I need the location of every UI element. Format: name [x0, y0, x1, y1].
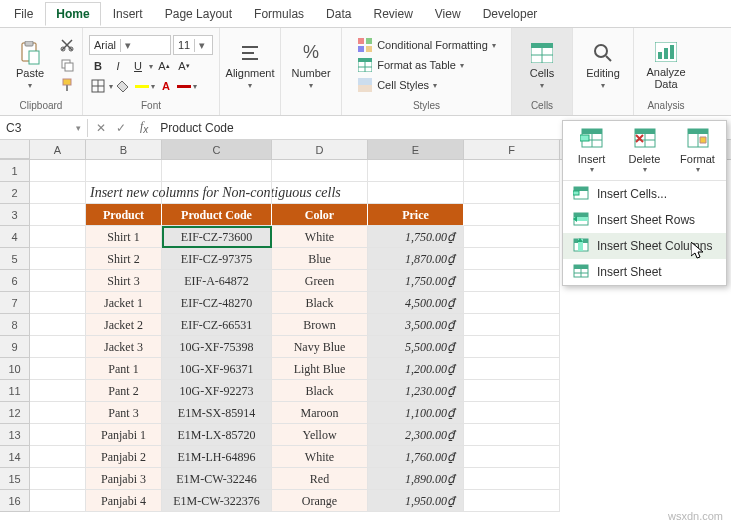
increase-font-button[interactable]: A▴: [155, 57, 173, 75]
cell-E15[interactable]: 1,890.00₫: [368, 468, 464, 490]
row-header-9[interactable]: 9: [0, 336, 30, 358]
cell-B5[interactable]: Shirt 2: [86, 248, 162, 270]
tab-page-layout[interactable]: Page Layout: [155, 3, 242, 25]
tab-home[interactable]: Home: [45, 2, 100, 26]
row-header-10[interactable]: 10: [0, 358, 30, 380]
cell-D9[interactable]: Navy Blue: [272, 336, 368, 358]
cell-A10[interactable]: [30, 358, 86, 380]
tab-review[interactable]: Review: [363, 3, 422, 25]
menu-insert-cells[interactable]: Insert Cells...: [563, 181, 726, 207]
row-header-15[interactable]: 15: [0, 468, 30, 490]
cell-D14[interactable]: White: [272, 446, 368, 468]
row-header-8[interactable]: 8: [0, 314, 30, 336]
cell-C5[interactable]: EIF-CZ-97375: [162, 248, 272, 270]
cell-F12[interactable]: [464, 402, 560, 424]
cell-B16[interactable]: Panjabi 4: [86, 490, 162, 512]
row-header-14[interactable]: 14: [0, 446, 30, 468]
cell-E3[interactable]: Price: [368, 204, 464, 226]
cell-B1[interactable]: [86, 160, 162, 182]
cell-F14[interactable]: [464, 446, 560, 468]
cell-A12[interactable]: [30, 402, 86, 424]
cell-E16[interactable]: 1,950.00₫: [368, 490, 464, 512]
editing-button[interactable]: Editing ▾: [579, 33, 627, 97]
tab-developer[interactable]: Developer: [473, 3, 548, 25]
row-header-4[interactable]: 4: [0, 226, 30, 248]
tab-file[interactable]: File: [4, 3, 43, 25]
chevron-down-icon[interactable]: ▾: [151, 82, 155, 91]
cell-D3[interactable]: Color: [272, 204, 368, 226]
chevron-down-icon[interactable]: ▾: [109, 82, 113, 91]
cell-B11[interactable]: Pant 2: [86, 380, 162, 402]
cell-E8[interactable]: 3,500.00₫: [368, 314, 464, 336]
cell-C7[interactable]: EIF-CZ-48270: [162, 292, 272, 314]
delete-split-button[interactable]: Delete▾: [623, 127, 667, 174]
cell-A1[interactable]: [30, 160, 86, 182]
cell-D1[interactable]: [272, 160, 368, 182]
col-header-E[interactable]: E: [368, 140, 464, 159]
cell-F10[interactable]: [464, 358, 560, 380]
cell-D8[interactable]: Brown: [272, 314, 368, 336]
row-header-7[interactable]: 7: [0, 292, 30, 314]
insert-split-button[interactable]: Insert▾: [570, 127, 614, 174]
enter-formula-button[interactable]: ✓: [112, 121, 130, 135]
chevron-down-icon[interactable]: ▾: [193, 82, 197, 91]
row-header-1[interactable]: 1: [0, 160, 30, 182]
cell-D10[interactable]: Light Blue: [272, 358, 368, 380]
cell-C2[interactable]: [162, 182, 272, 204]
cell-B8[interactable]: Jacket 2: [86, 314, 162, 336]
cell-C15[interactable]: E1M-CW-32246: [162, 468, 272, 490]
format-split-button[interactable]: Format▾: [676, 127, 720, 174]
cell-C9[interactable]: 10G-XF-75398: [162, 336, 272, 358]
cell-E6[interactable]: 1,750.00₫: [368, 270, 464, 292]
cell-F2[interactable]: [464, 182, 560, 204]
cell-D12[interactable]: Maroon: [272, 402, 368, 424]
fx-icon[interactable]: fx: [134, 119, 154, 135]
menu-insert-sheet-rows[interactable]: Insert Sheet Rows: [563, 207, 726, 233]
tab-insert[interactable]: Insert: [103, 3, 153, 25]
cell-B2[interactable]: Insert new columns for Non-contiguous ce…: [86, 182, 162, 204]
cell-E4[interactable]: 1,750.00₫: [368, 226, 464, 248]
cell-F3[interactable]: [464, 204, 560, 226]
cell-A2[interactable]: [30, 182, 86, 204]
cell-C3[interactable]: Product Code: [162, 204, 272, 226]
cell-F11[interactable]: [464, 380, 560, 402]
fill-color-button[interactable]: [115, 77, 133, 95]
analyze-data-button[interactable]: Analyze Data: [640, 33, 692, 97]
cell-B7[interactable]: Jacket 1: [86, 292, 162, 314]
name-box[interactable]: C3▾: [0, 119, 88, 137]
cell-D5[interactable]: Blue: [272, 248, 368, 270]
cell-D13[interactable]: Yellow: [272, 424, 368, 446]
cell-B15[interactable]: Panjabi 3: [86, 468, 162, 490]
cell-B13[interactable]: Panjabi 1: [86, 424, 162, 446]
number-button[interactable]: % Number ▾: [287, 33, 335, 97]
cell-F13[interactable]: [464, 424, 560, 446]
cell-D6[interactable]: Green: [272, 270, 368, 292]
cell-D4[interactable]: White: [272, 226, 368, 248]
cell-A16[interactable]: [30, 490, 86, 512]
alignment-button[interactable]: Alignment ▾: [226, 33, 274, 97]
bold-button[interactable]: B: [89, 57, 107, 75]
cell-F7[interactable]: [464, 292, 560, 314]
row-header-6[interactable]: 6: [0, 270, 30, 292]
cell-F1[interactable]: [464, 160, 560, 182]
cell-C4[interactable]: EIF-CZ-73600: [162, 226, 272, 248]
cell-styles-button[interactable]: Cell Styles▾: [354, 76, 499, 94]
row-header-16[interactable]: 16: [0, 490, 30, 512]
cell-C1[interactable]: [162, 160, 272, 182]
cell-E12[interactable]: 1,100.00₫: [368, 402, 464, 424]
cell-B12[interactable]: Pant 3: [86, 402, 162, 424]
cell-D15[interactable]: Red: [272, 468, 368, 490]
cell-E7[interactable]: 4,500.00₫: [368, 292, 464, 314]
cell-C16[interactable]: E1M-CW-322376: [162, 490, 272, 512]
cell-C12[interactable]: E1M-SX-85914: [162, 402, 272, 424]
cell-B6[interactable]: Shirt 3: [86, 270, 162, 292]
col-header-F[interactable]: F: [464, 140, 560, 159]
cell-C10[interactable]: 10G-XF-96371: [162, 358, 272, 380]
cell-A14[interactable]: [30, 446, 86, 468]
col-header-D[interactable]: D: [272, 140, 368, 159]
cell-B14[interactable]: Panjabi 2: [86, 446, 162, 468]
cell-F6[interactable]: [464, 270, 560, 292]
tab-view[interactable]: View: [425, 3, 471, 25]
row-header-5[interactable]: 5: [0, 248, 30, 270]
cell-B4[interactable]: Shirt 1: [86, 226, 162, 248]
